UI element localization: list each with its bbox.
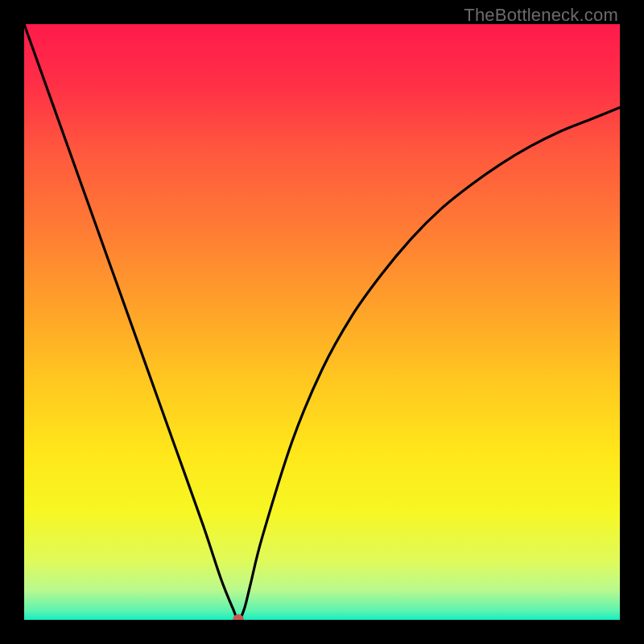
optimal-point-marker: [233, 614, 244, 620]
chart-frame: TheBottleneck.com: [0, 0, 644, 644]
watermark-text: TheBottleneck.com: [464, 5, 618, 26]
bottleneck-curve: [24, 24, 620, 620]
plot-area: [24, 24, 620, 620]
